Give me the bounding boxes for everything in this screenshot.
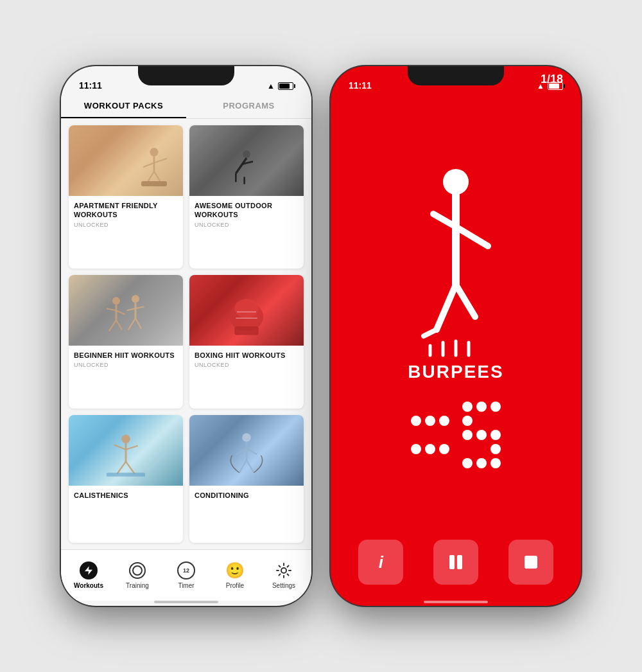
svg-line-15 [116, 310, 125, 314]
nav-settings[interactable]: Settings [259, 561, 308, 589]
tab-header: WORKOUT PACKS PROGRAMS [61, 94, 311, 119]
training-icon [128, 561, 146, 579]
svg-line-31 [114, 445, 126, 450]
burpee-figure-svg [392, 156, 520, 362]
svg-rect-59 [457, 555, 462, 569]
svg-point-36 [242, 434, 251, 443]
workout-card-calisthenics[interactable]: CALISTHENICS [69, 415, 183, 543]
right-phone-screen: 11:11 ▲ 1/18 [331, 66, 581, 606]
time-left: 11:11 [79, 80, 102, 91]
svg-line-23 [135, 318, 141, 329]
digit-right [462, 402, 501, 468]
tab-workout-packs[interactable]: WORKOUT PACKS [61, 94, 186, 118]
svg-line-40 [239, 461, 247, 473]
tab-programs[interactable]: PROGRAMS [186, 94, 311, 118]
exercise-visual: BURPEES [331, 94, 581, 536]
nav-workouts-label: Workouts [74, 582, 103, 589]
svg-line-4 [148, 172, 154, 182]
left-phone-screen: 11:11 ▲ WORKOUT PACKS PROGRAMS [61, 66, 311, 606]
workout-card-info-apartment: APARTMENT FRIENDLY WORKOUTS UNLOCKED [69, 196, 183, 232]
workout-card-info-outdoor: AWESOME OUTDOOR WORKOUTS UNLOCKED [189, 196, 304, 232]
svg-point-0 [150, 148, 158, 156]
workout-subtitle-boxing: UNLOCKED [195, 362, 299, 368]
workout-card-info-calisthenics: CALISTHENICS [69, 486, 183, 506]
svg-rect-58 [449, 555, 455, 569]
workout-card-outdoor[interactable]: AWESOME OUTDOOR WORKOUTS UNLOCKED [189, 125, 304, 269]
nav-timer[interactable]: 12 Timer [162, 561, 211, 589]
home-indicator-right [331, 601, 581, 606]
workout-subtitle-hiit: UNLOCKED [74, 362, 178, 368]
workout-title-boxing: BOXING HIIT WORKOUTS [195, 351, 299, 360]
wifi-icon: ▲ [267, 82, 275, 91]
time-right: 11:11 [349, 80, 372, 91]
workout-image-outdoor [189, 125, 304, 196]
svg-point-18 [132, 295, 139, 303]
svg-line-53 [424, 330, 437, 336]
workout-image-boxing [189, 275, 304, 346]
workout-image-conditioning [189, 415, 304, 486]
workout-card-info-hiit: BEGINNER HIIT WORKOUTS UNLOCKED [69, 346, 183, 372]
svg-line-33 [117, 462, 126, 474]
timer-icon: 12 [177, 561, 195, 579]
svg-line-32 [126, 446, 138, 450]
nav-workouts[interactable]: Workouts [64, 561, 113, 589]
svg-point-25 [234, 299, 259, 318]
workout-image-apartment [69, 125, 183, 196]
svg-line-22 [128, 318, 135, 330]
nav-profile-label: Profile [226, 582, 244, 589]
stop-button[interactable] [508, 540, 553, 585]
workout-card-boxing[interactable]: BOXING HIIT WORKOUTS UNLOCKED [189, 275, 304, 409]
battery-icon [278, 82, 293, 90]
info-icon: i [379, 553, 383, 572]
svg-marker-42 [85, 566, 92, 574]
svg-line-8 [236, 158, 247, 173]
profile-icon: 🙂 [226, 561, 244, 579]
dot-matrix-display [411, 402, 501, 468]
control-bar: i [331, 536, 581, 601]
digit-left [411, 402, 449, 468]
svg-line-20 [127, 308, 136, 310]
left-phone: 11:11 ▲ WORKOUT PACKS PROGRAMS [61, 66, 311, 606]
svg-rect-6 [141, 181, 167, 186]
workout-title-calisthenics: CALISTHENICS [74, 491, 178, 500]
svg-point-43 [130, 563, 145, 578]
svg-point-29 [121, 435, 130, 444]
nav-training-label: Training [126, 582, 149, 589]
svg-point-44 [133, 566, 142, 575]
workout-title-apartment: APARTMENT FRIENDLY WORKOUTS [74, 201, 178, 220]
svg-line-34 [126, 462, 135, 474]
svg-rect-60 [525, 556, 537, 569]
svg-line-16 [109, 320, 116, 331]
workout-card-apartment[interactable]: APARTMENT FRIENDLY WORKOUTS UNLOCKED [69, 125, 183, 269]
svg-line-50 [456, 227, 488, 246]
svg-line-52 [456, 285, 475, 317]
workout-card-hiit[interactable]: BEGINNER HIIT WORKOUTS UNLOCKED [69, 275, 183, 409]
workout-subtitle-apartment: UNLOCKED [74, 222, 178, 228]
workout-subtitle-outdoor: UNLOCKED [195, 222, 299, 228]
exercise-counter: 1/18 [541, 73, 563, 86]
nav-training[interactable]: Training [113, 561, 162, 589]
svg-line-39 [247, 449, 257, 455]
svg-line-51 [437, 285, 456, 330]
workout-card-info-boxing: BOXING HIIT WORKOUTS UNLOCKED [189, 346, 304, 372]
status-bar-left: 11:11 ▲ [61, 66, 311, 94]
status-icons-left: ▲ [267, 82, 293, 91]
workout-card-conditioning[interactable]: CONDITIONING [189, 415, 304, 543]
status-bar-right: 11:11 ▲ 1/18 [331, 66, 581, 94]
workouts-icon [80, 561, 98, 579]
svg-rect-26 [234, 326, 259, 335]
workout-grid: APARTMENT FRIENDLY WORKOUTS UNLOCKED [61, 119, 311, 549]
svg-line-2 [143, 163, 154, 167]
bottom-nav: Workouts Training 12 Timer [61, 549, 311, 601]
pause-button[interactable] [433, 540, 478, 585]
stop-icon [522, 553, 540, 571]
svg-point-45 [281, 568, 286, 573]
svg-line-21 [135, 306, 144, 308]
nav-profile[interactable]: 🙂 Profile [211, 561, 259, 589]
svg-point-12 [112, 297, 120, 305]
svg-line-3 [154, 159, 167, 163]
info-button[interactable]: i [358, 540, 403, 585]
workout-card-info-conditioning: CONDITIONING [189, 486, 304, 506]
right-phone: 11:11 ▲ 1/18 [331, 66, 581, 606]
svg-point-7 [243, 150, 250, 158]
